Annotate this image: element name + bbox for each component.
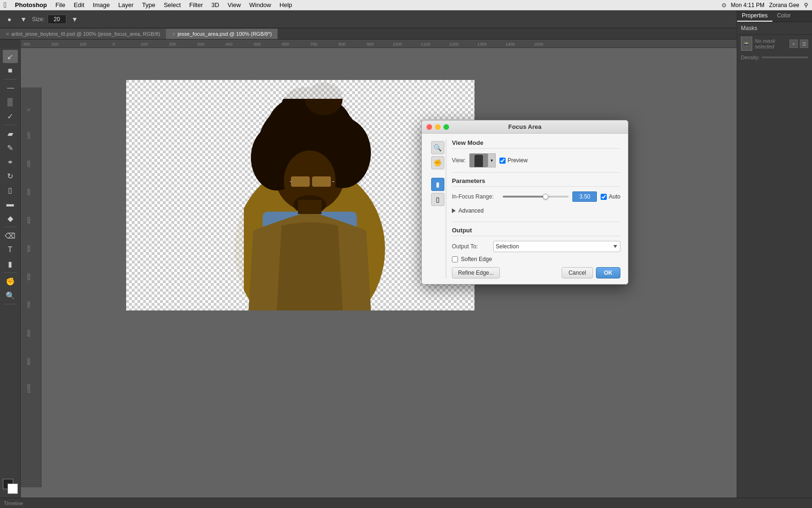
brush-tool[interactable]: ✎ bbox=[3, 141, 18, 154]
brush-tool-btn[interactable]: ● bbox=[4, 14, 15, 25]
menu-right-icons: ⊙ Mon 4:11 PM Zorana Gee ⚲ bbox=[722, 2, 808, 8]
tab-close-jesse[interactable]: ✕ bbox=[172, 32, 176, 37]
3d-menu[interactable]: 3D bbox=[211, 1, 219, 8]
window-menu[interactable]: Window bbox=[249, 1, 271, 8]
history-tool[interactable]: ↻ bbox=[3, 169, 18, 183]
file-menu[interactable]: File bbox=[56, 1, 65, 8]
mask-thumbnail[interactable]: 📸 bbox=[741, 37, 752, 51]
apple-menu[interactable]:  bbox=[4, 1, 7, 9]
view-menu[interactable]: View bbox=[228, 1, 241, 8]
select-menu[interactable]: Select bbox=[164, 1, 181, 8]
svg-text:300: 300 bbox=[23, 42, 30, 47]
dialog-tools: 🔍 ✊ ▮ ▯ bbox=[429, 139, 446, 278]
color-swatches[interactable] bbox=[3, 479, 18, 494]
search-icon[interactable]: ⚲ bbox=[804, 2, 808, 8]
path-tool[interactable]: ⌫ bbox=[3, 229, 18, 242]
auto-label-row[interactable]: Auto bbox=[601, 193, 620, 200]
refine-edge-button[interactable]: Refine Edge... bbox=[452, 267, 500, 278]
dialog-title: Focus Area bbox=[508, 123, 541, 130]
shape-tool[interactable]: ▮ bbox=[3, 257, 18, 270]
size-input[interactable] bbox=[48, 15, 66, 24]
crop-tool[interactable]: ▒ bbox=[3, 95, 18, 109]
zoom-tool[interactable]: 🔍 bbox=[3, 289, 18, 302]
soften-checkbox[interactable] bbox=[452, 256, 458, 262]
zoom-dialog-tool[interactable]: 🔍 bbox=[431, 141, 444, 154]
mask-options-btn[interactable]: ☰ bbox=[800, 40, 808, 48]
help-menu[interactable]: Help bbox=[280, 1, 292, 8]
svg-text:300: 300 bbox=[26, 189, 31, 196]
ruler-vertical: 0 100 200 300 400 500 600 700 800 900 10… bbox=[21, 87, 41, 487]
ruler-marks-h: 300 200 100 0 100 200 300 400 500 600 70… bbox=[21, 40, 737, 48]
timeline-label: Timeline bbox=[4, 500, 23, 506]
advanced-triangle-icon bbox=[452, 208, 456, 213]
hand-dialog-tool[interactable]: ✊ bbox=[431, 156, 444, 169]
timeline-bar: Timeline bbox=[0, 498, 812, 508]
in-focus-row: In-Focus Range: Auto bbox=[452, 191, 620, 202]
svg-text:700: 700 bbox=[310, 42, 317, 47]
density-label: Density: bbox=[741, 55, 760, 60]
maximize-dot[interactable] bbox=[443, 124, 449, 130]
gradient-tool[interactable]: ▬ bbox=[3, 198, 18, 211]
svg-text:1500: 1500 bbox=[534, 42, 543, 47]
auto-checkbox[interactable] bbox=[601, 194, 607, 200]
move-tool[interactable]: ↙ bbox=[3, 50, 18, 63]
view-thumbnail[interactable] bbox=[469, 153, 488, 167]
dialog-body: 🔍 ✊ ▮ ▯ View Mode View: ▼ bbox=[422, 134, 628, 284]
user-name: Zorana Gee bbox=[769, 2, 799, 8]
minimize-dot[interactable] bbox=[435, 124, 441, 130]
type-tool[interactable]: T bbox=[3, 243, 18, 256]
svg-text:800: 800 bbox=[26, 330, 31, 337]
close-dot[interactable] bbox=[426, 124, 432, 130]
blur-tool[interactable]: ◆ bbox=[3, 212, 18, 225]
advanced-label: Advanced bbox=[458, 207, 483, 214]
advanced-row[interactable]: Advanced bbox=[452, 205, 620, 217]
mask-row: 📸 No mask selected + ☰ bbox=[737, 35, 812, 53]
add-area-tool[interactable]: ▮ bbox=[431, 178, 444, 191]
type-menu[interactable]: Type bbox=[142, 1, 155, 8]
preview-label[interactable]: Preview bbox=[499, 157, 528, 164]
tab-artist-file[interactable]: ✕ artist_jesse_boykins_III.psd @ 100% (j… bbox=[0, 29, 166, 39]
eyedropper-tool[interactable]: ✓ bbox=[3, 110, 18, 123]
background-color[interactable] bbox=[8, 484, 18, 494]
auto-text: Auto bbox=[609, 193, 620, 200]
lasso-tool[interactable]: ⸻ bbox=[3, 81, 18, 95]
filter-menu[interactable]: Filter bbox=[189, 1, 203, 8]
layer-menu[interactable]: Layer bbox=[118, 1, 134, 8]
tab-color[interactable]: Color bbox=[772, 10, 796, 22]
output-select[interactable]: Selection Layer Mask New Layer New Layer… bbox=[493, 241, 620, 252]
slider-fill bbox=[503, 196, 546, 198]
subtract-area-tool[interactable]: ▯ bbox=[431, 193, 444, 206]
preview-checkbox[interactable] bbox=[499, 158, 506, 164]
tool-separator-3 bbox=[4, 227, 17, 227]
right-buttons: Cancel OK bbox=[562, 267, 620, 278]
view-dropdown-btn[interactable]: ▼ bbox=[488, 153, 496, 167]
size-dropdown-btn[interactable]: ▼ bbox=[69, 14, 80, 25]
wifi-icon: ⊙ bbox=[722, 2, 726, 8]
svg-text:100: 100 bbox=[26, 132, 31, 139]
edit-menu[interactable]: Edit bbox=[74, 1, 84, 8]
clone-tool[interactable]: ⚭ bbox=[3, 155, 18, 168]
selection-tool[interactable]: ■ bbox=[3, 64, 18, 77]
in-focus-slider-container[interactable] bbox=[503, 193, 569, 200]
cancel-button[interactable]: Cancel bbox=[562, 267, 593, 278]
tab-label-jesse: jesse_focus_area.psd @ 100% (RGB/8*) bbox=[177, 31, 272, 37]
tab-properties[interactable]: Properties bbox=[737, 10, 772, 22]
top-toolbar: ● ▼ Size: ▼ 3D bbox=[0, 10, 812, 28]
app-menu[interactable]: Photoshop bbox=[15, 1, 47, 8]
slider-thumb[interactable] bbox=[543, 194, 548, 199]
image-menu[interactable]: Image bbox=[93, 1, 110, 8]
add-mask-btn[interactable]: + bbox=[789, 40, 798, 48]
in-focus-value-input[interactable] bbox=[572, 191, 597, 202]
brush-options-btn[interactable]: ▼ bbox=[18, 14, 29, 25]
soften-row: Soften Edge bbox=[452, 256, 620, 262]
tab-jesse-file[interactable]: ✕ jesse_focus_area.psd @ 100% (RGB/8*) bbox=[166, 29, 278, 39]
healing-tool[interactable]: ▰ bbox=[3, 127, 18, 140]
tab-close-artist[interactable]: ✕ bbox=[6, 32, 9, 37]
hand-tool[interactable]: ✊ bbox=[3, 275, 18, 288]
eraser-tool[interactable]: ▯ bbox=[3, 183, 18, 197]
svg-text:100: 100 bbox=[141, 42, 148, 47]
ok-button[interactable]: OK bbox=[596, 267, 620, 278]
svg-text:200: 200 bbox=[169, 42, 176, 47]
svg-text:1100: 1100 bbox=[421, 42, 430, 47]
panel-tabs: Properties Color bbox=[737, 10, 812, 22]
